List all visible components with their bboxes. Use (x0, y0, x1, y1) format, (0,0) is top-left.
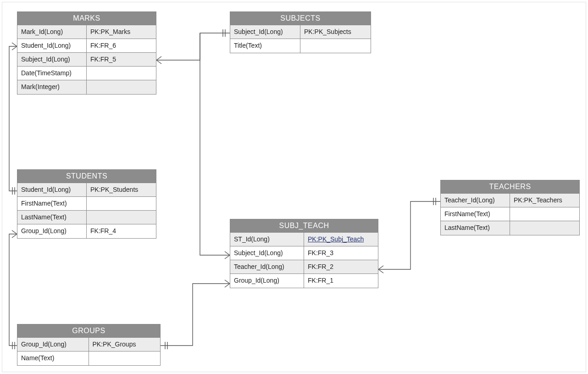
entity-row[interactable]: Student_Id(Long)FK:FR_6 (17, 39, 156, 53)
column-key: PK:PK_Groups (89, 338, 161, 351)
column-key: PK:PK_Students (87, 183, 156, 196)
column-key (300, 39, 371, 53)
column-key: FK:FR_1 (304, 274, 378, 288)
entity-row[interactable]: ST_Id(Long)PK:PK_Subj_Teach (230, 233, 378, 246)
column-name: FirstName(Text) (441, 207, 510, 221)
entity-row[interactable]: FirstName(Text) (17, 197, 156, 211)
column-name: LastName(Text) (441, 221, 510, 235)
entity-row[interactable]: Subject_Id(Long)FK:FR_5 (17, 53, 156, 67)
entity-title: MARKS (17, 12, 156, 25)
column-key (510, 207, 579, 221)
column-key: PK:PK_Marks (87, 25, 156, 39)
entity-subj_teach[interactable]: SUBJ_TEACHST_Id(Long)PK:PK_Subj_TeachSub… (230, 219, 378, 288)
column-key (89, 352, 161, 365)
entity-students[interactable]: STUDENTSStudent_Id(Long)PK:PK_StudentsFi… (17, 169, 156, 239)
entity-row[interactable]: Mark_Id(Long)PK:PK_Marks (17, 25, 156, 39)
entity-title: TEACHERS (441, 180, 579, 194)
entity-row[interactable]: Date(TimeStamp) (17, 67, 156, 80)
column-name: Student_Id(Long) (17, 39, 87, 52)
column-name: LastName(Text) (17, 211, 87, 224)
column-key: FK:FR_3 (304, 246, 378, 260)
entity-row[interactable]: LastName(Text) (17, 211, 156, 224)
entity-title: SUBJECTS (230, 12, 371, 25)
column-key (87, 67, 156, 80)
column-name: Subject_Id(Long) (17, 53, 87, 66)
column-key: PK:PK_Teachers (510, 194, 579, 207)
entity-row[interactable]: Mark(Integer) (17, 80, 156, 94)
entity-row[interactable]: Group_Id(Long)FK:FR_1 (230, 274, 378, 288)
entity-row[interactable]: Subject_Id(Long)FK:FR_3 (230, 246, 378, 260)
column-key: FK:FR_4 (87, 224, 156, 238)
column-name: Mark_Id(Long) (17, 25, 87, 39)
column-name: Teacher_Id(Long) (441, 194, 510, 207)
entity-subjects[interactable]: SUBJECTSSubject_Id(Long)PK:PK_SubjectsTi… (230, 11, 371, 53)
entity-row[interactable]: Name(Text) (17, 352, 160, 365)
column-name: ST_Id(Long) (230, 233, 304, 246)
entity-row[interactable]: Teacher_Id(Long)FK:FR_2 (230, 260, 378, 274)
column-key: PK:PK_Subj_Teach (304, 233, 378, 246)
column-key: FK:FR_2 (304, 260, 378, 274)
column-key: FK:FR_5 (87, 53, 156, 66)
column-key (87, 211, 156, 224)
entity-row[interactable]: LastName(Text) (441, 221, 579, 235)
entity-row[interactable]: Subject_Id(Long)PK:PK_Subjects (230, 25, 371, 39)
entity-row[interactable]: Title(Text) (230, 39, 371, 53)
entity-row[interactable]: Group_Id(Long)PK:PK_Groups (17, 338, 160, 352)
column-name: Subject_Id(Long) (230, 246, 304, 260)
column-name: FirstName(Text) (17, 197, 87, 210)
column-name: Title(Text) (230, 39, 300, 53)
entity-row[interactable]: Teacher_Id(Long)PK:PK_Teachers (441, 194, 579, 207)
entity-marks[interactable]: MARKSMark_Id(Long)PK:PK_MarksStudent_Id(… (17, 11, 156, 95)
column-key (87, 80, 156, 94)
column-key: PK:PK_Subjects (300, 25, 371, 39)
entity-teachers[interactable]: TEACHERSTeacher_Id(Long)PK:PK_TeachersFi… (440, 180, 580, 235)
column-name: Student_Id(Long) (17, 183, 87, 196)
entity-title: GROUPS (17, 324, 160, 338)
column-key (87, 197, 156, 210)
column-name: Mark(Integer) (17, 80, 87, 94)
column-name: Teacher_Id(Long) (230, 260, 304, 274)
entity-title: STUDENTS (17, 170, 156, 183)
column-name: Group_Id(Long) (17, 338, 89, 351)
column-key (510, 221, 579, 235)
column-name: Group_Id(Long) (17, 224, 87, 238)
entity-title: SUBJ_TEACH (230, 219, 378, 233)
entity-row[interactable]: Student_Id(Long)PK:PK_Students (17, 183, 156, 197)
column-key: FK:FR_6 (87, 39, 156, 52)
entity-row[interactable]: FirstName(Text) (441, 207, 579, 221)
entity-row[interactable]: Group_Id(Long)FK:FR_4 (17, 224, 156, 238)
entity-groups[interactable]: GROUPSGroup_Id(Long)PK:PK_GroupsName(Tex… (17, 324, 161, 366)
column-name: Group_Id(Long) (230, 274, 304, 288)
column-name: Date(TimeStamp) (17, 67, 87, 80)
column-name: Subject_Id(Long) (230, 25, 300, 39)
column-name: Name(Text) (17, 352, 89, 365)
